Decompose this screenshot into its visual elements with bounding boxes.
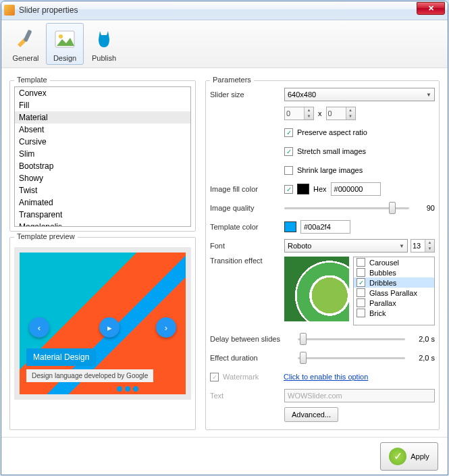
template-item[interactable]: Animated bbox=[15, 196, 190, 209]
transition-item-checkbox[interactable] bbox=[356, 298, 365, 307]
fillcolor-input[interactable]: #000000 bbox=[331, 182, 381, 196]
duration-slider[interactable] bbox=[298, 352, 405, 364]
fontsize-spinner[interactable]: ▲▼ bbox=[411, 239, 435, 253]
transition-item-checkbox[interactable] bbox=[356, 258, 365, 267]
delay-label: Delay between slides bbox=[210, 335, 298, 343]
preview-title: Material Design bbox=[26, 348, 96, 366]
parameters-group: Parameters Slider size 640x480▼ ▲▼ x ▲▼ … bbox=[205, 80, 440, 430]
preview-group: Template preview ‹ ▸ › Material Design D… bbox=[9, 237, 196, 430]
template-group: Template ConvexFillMaterialAbsentCursive… bbox=[9, 80, 196, 232]
quality-label: Image quality bbox=[210, 204, 284, 212]
template-item[interactable]: Transparent bbox=[15, 209, 190, 221]
template-preview: ‹ ▸ › Material Design Design language de… bbox=[14, 247, 191, 400]
delay-slider[interactable] bbox=[298, 333, 405, 345]
next-arrow-icon[interactable]: › bbox=[156, 317, 176, 338]
group-label: Parameters bbox=[210, 76, 254, 84]
template-item[interactable]: Showy bbox=[15, 172, 190, 184]
transition-item[interactable]: ✓Dribbles bbox=[354, 277, 434, 288]
template-item[interactable]: Slim bbox=[15, 148, 190, 160]
watermark-link[interactable]: Click to enable this option bbox=[284, 373, 368, 381]
slider-size-label: Slider size bbox=[210, 90, 284, 99]
watermark-checkbox: ✓ bbox=[210, 373, 219, 381]
check-icon: ✓ bbox=[389, 448, 406, 465]
template-item[interactable]: Fill bbox=[15, 99, 190, 111]
tplcolor-label: Template color bbox=[210, 223, 284, 231]
titlebar: Slider properties ✕ bbox=[1, 1, 448, 20]
tplcolor-swatch[interactable] bbox=[284, 221, 296, 232]
window-title: Slider properties bbox=[19, 5, 445, 15]
group-label: Template bbox=[14, 76, 50, 84]
tab-design[interactable]: Design bbox=[46, 23, 84, 65]
font-label: Font bbox=[210, 242, 284, 250]
font-combo[interactable]: Roboto▼ bbox=[284, 239, 408, 253]
apply-button[interactable]: ✓ Apply bbox=[380, 442, 438, 471]
transition-item-checkbox[interactable] bbox=[356, 309, 365, 317]
transition-thumbnail bbox=[284, 257, 349, 321]
template-item[interactable]: Absent bbox=[15, 124, 190, 136]
transition-item[interactable]: Carousel bbox=[354, 257, 434, 267]
preview-subtitle: Design language developed by Google bbox=[26, 369, 153, 382]
dimension-separator: x bbox=[318, 109, 322, 117]
template-item[interactable]: Convex bbox=[15, 87, 190, 99]
preserve-checkbox[interactable]: ✓ bbox=[284, 128, 293, 137]
template-listbox[interactable]: ConvexFillMaterialAbsentCursiveSlimBoots… bbox=[14, 86, 191, 227]
duration-value: 2,0 s bbox=[411, 354, 435, 362]
preserve-label: Preserve aspect ratio bbox=[297, 128, 367, 136]
chevron-down-icon: ▼ bbox=[399, 243, 404, 249]
quality-value: 90 bbox=[415, 204, 435, 212]
width-spinner[interactable]: ▲▼ bbox=[284, 107, 314, 120]
advanced-button[interactable]: Advanced... bbox=[284, 407, 338, 422]
tplcolor-input[interactable]: #00a2f4 bbox=[300, 220, 350, 234]
template-item[interactable]: Cursive bbox=[15, 136, 190, 148]
image-icon bbox=[51, 26, 78, 53]
prev-arrow-icon[interactable]: ‹ bbox=[29, 317, 49, 338]
chevron-down-icon: ▼ bbox=[426, 92, 431, 98]
slider-size-combo[interactable]: 640x480▼ bbox=[284, 88, 435, 101]
svg-point-2 bbox=[59, 34, 63, 38]
text-label: Text bbox=[210, 392, 284, 400]
transition-listbox[interactable]: CarouselBubbles✓DribblesGlass ParallaxPa… bbox=[353, 257, 435, 325]
template-item[interactable]: Twist bbox=[15, 184, 190, 196]
transition-item[interactable]: Bubbles bbox=[354, 267, 434, 277]
app-icon bbox=[4, 5, 15, 16]
text-input: WOWSlider.com bbox=[284, 389, 435, 402]
cat-icon bbox=[90, 26, 117, 53]
tab-publish[interactable]: Publish bbox=[85, 23, 123, 65]
hex-label: Hex bbox=[313, 185, 327, 193]
shrink-checkbox[interactable] bbox=[284, 166, 293, 175]
content-area: Template ConvexFillMaterialAbsentCursive… bbox=[1, 68, 448, 437]
svg-rect-0 bbox=[23, 30, 32, 43]
transition-item-checkbox[interactable] bbox=[356, 288, 365, 297]
transition-item[interactable]: Brick bbox=[354, 308, 434, 318]
template-item[interactable]: Megalopolis bbox=[15, 221, 190, 227]
tab-general[interactable]: General bbox=[7, 23, 45, 65]
tab-label: Design bbox=[53, 54, 76, 62]
tools-icon bbox=[12, 26, 39, 53]
transition-item-checkbox[interactable] bbox=[356, 268, 365, 277]
delay-value: 2,0 s bbox=[411, 335, 435, 343]
preview-image: ‹ ▸ › Material Design Design language de… bbox=[20, 253, 186, 394]
duration-label: Effect duration bbox=[210, 354, 298, 362]
transition-item[interactable]: Glass Parallax bbox=[354, 288, 434, 298]
pagination-dots[interactable] bbox=[117, 386, 138, 392]
footer: ✓ Apply bbox=[1, 437, 448, 475]
stretch-checkbox[interactable]: ✓ bbox=[284, 147, 293, 156]
transition-item-checkbox[interactable]: ✓ bbox=[356, 278, 365, 287]
quality-slider[interactable] bbox=[284, 202, 409, 214]
stretch-label: Stretch small images bbox=[297, 147, 366, 155]
transition-item[interactable]: Parallax bbox=[354, 298, 434, 308]
fillcolor-checkbox[interactable]: ✓ bbox=[284, 185, 293, 194]
right-column: Parameters Slider size 640x480▼ ▲▼ x ▲▼ … bbox=[205, 75, 440, 430]
fillcolor-swatch[interactable] bbox=[297, 184, 309, 194]
dialog-window: Slider properties ✕ General Design Publi… bbox=[1, 1, 448, 475]
shrink-label: Shrink large images bbox=[297, 166, 363, 174]
height-spinner[interactable]: ▲▼ bbox=[326, 107, 356, 120]
play-icon[interactable]: ▸ bbox=[99, 317, 120, 338]
close-button[interactable]: ✕ bbox=[417, 2, 445, 15]
group-label: Template preview bbox=[14, 232, 78, 240]
toolbar: General Design Publish bbox=[1, 20, 448, 69]
fillcolor-label: Image fill color bbox=[210, 185, 284, 193]
watermark-label: Watermark bbox=[223, 373, 284, 381]
template-item[interactable]: Bootstrap bbox=[15, 160, 190, 172]
template-item[interactable]: Material bbox=[15, 111, 190, 124]
